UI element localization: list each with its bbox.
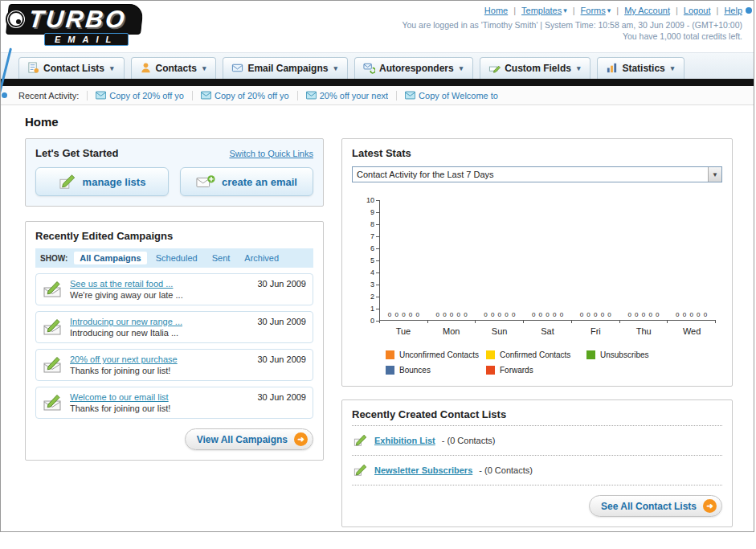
top-link-forms[interactable]: Forms — [581, 6, 606, 15]
contact-activity-select[interactable]: Contact Activity for the Last 7 Days ▼ — [352, 166, 722, 182]
campaign-row: Welcome to our email list Thanks for joi… — [35, 387, 313, 419]
tab-autoresponders[interactable]: Autoresponders ▾ — [354, 57, 473, 79]
tab-statistics[interactable]: Statistics ▾ — [597, 57, 684, 79]
campaign-subtitle: Thanks for joining our list! — [70, 404, 170, 413]
campaign-subtitle: Thanks for joining our list! — [70, 366, 170, 375]
pencil-icon — [59, 174, 76, 190]
chart-value-group: 0 0 0 0 0 — [572, 311, 620, 318]
logo-brand-bottom: EMAIL — [44, 33, 129, 46]
legend-swatch — [486, 366, 495, 375]
contact-activity-select-value: Contact Activity for the Last 7 Days — [357, 170, 494, 179]
campaigns-title: Recently Edited Campaigns — [35, 230, 313, 242]
tab-custom-fields[interactable]: Custom Fields ▾ — [480, 57, 590, 79]
header-right: Home Templates▾ Forms▾ My Account Logout… — [402, 6, 742, 41]
logo-swirl-icon — [6, 9, 27, 30]
top-link-home[interactable]: Home — [484, 6, 508, 15]
recent-activity-item[interactable]: Copy of 20% off yo — [87, 91, 192, 100]
filter-archived[interactable]: Archived — [239, 252, 284, 264]
new-email-icon — [196, 174, 215, 190]
campaign-title-link[interactable]: 20% off your next purchase — [70, 354, 178, 364]
email-icon — [201, 91, 211, 100]
view-all-campaigns-button[interactable]: View All Campaigns ➜ — [185, 428, 313, 450]
edit-campaign-icon — [43, 317, 63, 336]
recent-activity-label: Recent Activity: — [18, 91, 79, 100]
legend-swatch — [386, 350, 394, 359]
chart-x-axis: TueMonSunSatFriThuWed — [379, 326, 716, 336]
recent-activity-item[interactable]: 20% off your next — [297, 91, 396, 100]
tab-label: Autoresponders — [379, 63, 454, 74]
recent-activity-link[interactable]: Copy of Welcome to — [419, 91, 498, 100]
arrow-right-icon: ➜ — [703, 499, 717, 513]
contact-list-link[interactable]: Newsletter Subscribers — [374, 465, 472, 475]
legend-swatch — [386, 366, 394, 375]
tab-label: Contacts — [156, 63, 197, 74]
contact-list-link[interactable]: Exhibition List — [374, 436, 435, 445]
chart-legend: Unconfirmed ContactsConfirmed ContactsUn… — [386, 350, 716, 375]
legend-label: Bounces — [399, 366, 431, 375]
chart-day-label: Tue — [379, 326, 427, 336]
chart-plot-area: 0 0 0 0 00 0 0 0 00 0 0 0 00 0 0 0 00 0 … — [379, 200, 716, 321]
see-all-contact-lists-label: See All Contact Lists — [601, 501, 697, 512]
filter-all-campaigns[interactable]: All Campaigns — [74, 252, 146, 264]
contact-list-row: Exhibition List - (0 Contacts) — [352, 426, 722, 456]
legend-label: Forwards — [500, 366, 533, 375]
top-link-templates[interactable]: Templates — [521, 6, 562, 15]
chevron-down-icon: ▾ — [577, 64, 581, 72]
manage-lists-button[interactable]: manage lists — [35, 167, 169, 196]
chevron-down-icon: ▾ — [202, 64, 206, 72]
edit-campaign-icon — [43, 392, 63, 412]
switch-quick-links-link[interactable]: Switch to Quick Links — [229, 149, 313, 158]
create-email-button[interactable]: create an email — [180, 167, 313, 196]
top-link-logout[interactable]: Logout — [684, 6, 711, 15]
tab-label: Contact Lists — [43, 63, 104, 74]
tab-label: Email Campaigns — [247, 63, 328, 74]
see-all-contact-lists-button[interactable]: See All Contact Lists ➜ — [589, 495, 722, 517]
top-link-my-account[interactable]: My Account — [624, 6, 670, 15]
campaign-title-link[interactable]: Welcome to our email list — [70, 392, 169, 402]
chart-x-ticks — [379, 321, 716, 323]
chart-plot-groups: 0 0 0 0 00 0 0 0 00 0 0 0 00 0 0 0 00 0 … — [380, 311, 716, 318]
login-info: You are logged in as 'Timothy Smith' | S… — [402, 20, 742, 30]
legend-label: Confirmed Contacts — [500, 350, 570, 359]
edit-campaign-icon — [43, 279, 63, 298]
custom-fields-icon — [488, 62, 501, 74]
tab-email-campaigns[interactable]: Email Campaigns ▾ — [223, 57, 348, 79]
top-link-help[interactable]: Help — [724, 6, 742, 15]
recent-activity-item[interactable]: Copy of 20% off yo — [192, 91, 297, 100]
recent-activity-item[interactable]: Copy of Welcome to — [396, 91, 506, 100]
logo-swoosh-dot — [2, 92, 7, 98]
filter-sent[interactable]: Sent — [206, 252, 236, 264]
chevron-down-icon: ▾ — [671, 64, 675, 72]
email-campaigns-icon — [231, 62, 243, 74]
recent-campaigns-panel: Recently Edited Campaigns SHOW: All Camp… — [25, 221, 324, 461]
statistics-icon — [606, 62, 618, 74]
tab-label: Statistics — [622, 63, 664, 74]
contacts-icon — [140, 62, 152, 74]
filter-scheduled[interactable]: Scheduled — [150, 252, 203, 264]
campaign-subtitle: Introducing our new Italia ... — [70, 328, 178, 338]
get-started-title: Let's Get Started — [35, 147, 119, 159]
chart-value-group: 0 0 0 0 0 — [476, 311, 524, 318]
campaign-title-link[interactable]: See us at the retail food ... — [70, 279, 173, 289]
recent-activity-link[interactable]: 20% off your next — [320, 91, 388, 100]
edit-campaign-icon — [43, 354, 63, 374]
top-links: Home Templates▾ Forms▾ My Account Logout… — [402, 6, 742, 15]
email-icon — [96, 91, 106, 100]
tab-contact-lists[interactable]: Contact Lists ▾ — [18, 57, 125, 79]
legend-item: Confirmed Contacts — [486, 350, 586, 359]
recent-activity-link[interactable]: Copy of 20% off yo — [215, 91, 289, 100]
recent-activity-bar: Recent Activity: Copy of 20% off yo Copy… — [1, 86, 754, 105]
pencil-icon — [353, 463, 368, 477]
turbo-email-logo[interactable]: TURBO EMAIL — [7, 4, 142, 46]
campaign-row: 20% off your next purchase Thanks for jo… — [35, 349, 313, 381]
autoresponders-icon — [363, 62, 375, 74]
manage-lists-label: manage lists — [83, 176, 146, 188]
campaign-date: 30 Jun 2009 — [257, 392, 306, 402]
campaign-title-link[interactable]: Introducing our new range ... — [70, 317, 182, 326]
tab-contacts[interactable]: Contacts ▾ — [131, 57, 217, 79]
chart-day-label: Wed — [668, 326, 716, 336]
legend-item: Unsubscribes — [586, 350, 687, 359]
recent-activity-link[interactable]: Copy of 20% off yo — [109, 91, 184, 100]
get-started-panel: Let's Get Started Switch to Quick Links … — [25, 138, 324, 207]
recent-contact-lists-panel: Recently Created Contact Lists Exhibitio… — [341, 399, 733, 527]
